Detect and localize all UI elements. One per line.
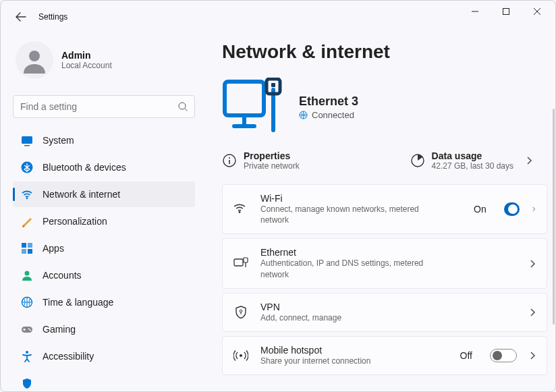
setting-card-wi-fi[interactable]: Wi-FiConnect, manage known networks, met… (222, 184, 547, 234)
svg-rect-25 (234, 259, 243, 266)
nav-item-network-internet[interactable]: Network & internet (13, 181, 195, 207)
sidebar: Admin Local Account SystemBluetooth & de… (1, 33, 203, 391)
user-type: Local Account (61, 61, 112, 70)
svg-rect-19 (271, 83, 275, 87)
nav-item-label: Bluetooth & devices (43, 162, 126, 173)
avatar-icon (21, 47, 48, 74)
svg-point-27 (240, 310, 242, 312)
pen-icon (21, 215, 33, 227)
globe-icon (21, 296, 33, 308)
svg-rect-26 (244, 258, 248, 262)
wifi-icon (21, 188, 33, 200)
chevron-right-icon (529, 259, 536, 269)
svg-point-1 (29, 51, 40, 61)
svg-rect-17 (225, 82, 264, 115)
nav-item-label: Time & language (43, 297, 113, 308)
search-input[interactable] (20, 101, 178, 112)
summary-row: Properties Private network Data usage 42… (222, 150, 547, 171)
nav-item-bluetooth-devices[interactable]: Bluetooth & devices (13, 155, 195, 180)
svg-rect-0 (503, 9, 509, 15)
card-sub: Share your internet connection (260, 356, 370, 366)
bluetooth-icon (21, 161, 33, 173)
titlebar: Settings (1, 1, 555, 33)
scrollbar[interactable] (553, 109, 555, 325)
close-button[interactable] (522, 1, 553, 22)
info-icon (222, 153, 237, 168)
back-button[interactable] (13, 9, 29, 25)
nav-item-personalization[interactable]: Personalization (13, 208, 195, 234)
card-sub: Add, connect, manage (260, 312, 341, 323)
usage-sub: 42.27 GB, last 30 days (432, 161, 513, 171)
nav-item-label: Apps (43, 243, 64, 254)
svg-rect-4 (24, 145, 30, 146)
svg-point-24 (239, 211, 241, 213)
avatar (16, 41, 53, 79)
nav-item-gaming[interactable]: Gaming (13, 316, 195, 342)
svg-point-15 (30, 330, 31, 331)
connected-icon (299, 111, 308, 119)
toggle-wi-fi[interactable] (504, 202, 520, 216)
nav-item-more[interactable] (13, 370, 195, 391)
card-title: Ethernet (260, 247, 449, 258)
svg-rect-3 (22, 136, 32, 144)
shield-icon (233, 305, 248, 320)
data-usage-link[interactable]: Data usage 42.27 GB, last 30 days (410, 150, 513, 171)
hotspot-icon (233, 348, 248, 363)
svg-point-11 (25, 271, 30, 276)
properties-link[interactable]: Properties Private network (222, 150, 300, 171)
setting-card-ethernet[interactable]: EthernetAuthentication, IP and DNS setti… (222, 238, 547, 288)
nav-item-label: Accessibility (43, 351, 94, 362)
connection-name: Ethernet 3 (299, 94, 358, 109)
nav-item-accessibility[interactable]: Accessibility (13, 343, 195, 369)
svg-point-16 (26, 351, 28, 354)
privacy-icon (21, 377, 33, 389)
properties-sub: Private network (244, 161, 300, 171)
nav-item-accounts[interactable]: Accounts (13, 262, 195, 288)
sidebar-nav: SystemBluetooth & devicesNetwork & inter… (13, 128, 198, 391)
gamepad-icon (21, 323, 33, 335)
toggle-state: Off (460, 350, 472, 361)
page-heading: Network & internet (222, 41, 547, 63)
chevron-right-icon (529, 351, 536, 360)
minimize-button[interactable] (460, 1, 491, 22)
window-controls (460, 1, 553, 33)
chevron-right-icon (529, 308, 536, 317)
search-box[interactable] (13, 95, 195, 118)
svg-rect-10 (28, 249, 32, 254)
app-title: Settings (38, 12, 67, 22)
toggle-mobile-hotspot[interactable] (490, 349, 517, 362)
back-arrow-icon (16, 11, 26, 22)
setting-card-vpn[interactable]: VPNAdd, connect, manage (222, 293, 547, 332)
nav-item-apps[interactable]: Apps (13, 235, 195, 261)
usage-title: Data usage (432, 150, 513, 161)
card-sub: Connect, manage known networks, metered … (260, 204, 449, 225)
nav-item-label: Personalization (43, 216, 107, 227)
maximize-icon (503, 8, 509, 15)
user-block[interactable]: Admin Local Account (13, 37, 198, 88)
chevron-right-icon (532, 204, 536, 214)
maximize-button[interactable] (491, 1, 522, 22)
search-icon (178, 102, 188, 111)
monitor-ethernet-icon (222, 78, 287, 137)
ethernet-icon (233, 256, 248, 271)
svg-rect-7 (22, 243, 26, 248)
svg-rect-8 (28, 243, 32, 248)
nav-item-time-language[interactable]: Time & language (13, 289, 195, 315)
svg-point-22 (229, 157, 230, 159)
accessibility-icon (21, 350, 33, 362)
chevron-right-icon (526, 156, 532, 165)
card-title: VPN (260, 302, 341, 312)
svg-rect-9 (22, 249, 26, 254)
card-title: Wi-Fi (260, 193, 449, 204)
apps-icon (21, 242, 33, 254)
svg-point-14 (28, 329, 30, 330)
nav-item-label: Network & internet (43, 189, 120, 200)
svg-point-6 (26, 198, 28, 200)
setting-card-mobile-hotspot[interactable]: Mobile hotspotShare your internet connec… (222, 336, 547, 375)
card-title: Mobile hotspot (260, 345, 370, 356)
nav-item-system[interactable]: System (13, 128, 195, 153)
connection-hero: Ethernet 3 Connected (222, 78, 547, 137)
minimize-icon (472, 8, 478, 15)
svg-rect-13 (22, 327, 32, 333)
toggle-state: On (474, 204, 486, 215)
